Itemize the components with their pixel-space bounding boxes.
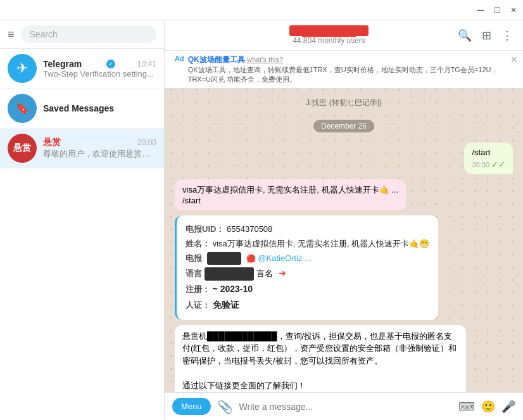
contact-suffix: ... xyxy=(305,253,312,263)
ad-label: Ad xyxy=(175,54,184,62)
chat-header-title-area: ████████ 44,804 monthly users xyxy=(200,25,458,45)
phone-row: 电报 ██ 🔴 @KatieOrtiz ... xyxy=(186,252,429,265)
active-chat-name: 悬赏 xyxy=(43,137,61,148)
sidebar: ≡ Search ✈ Telegram ✓ 10:41 Two-Step Ver… xyxy=(0,20,165,420)
maximize-button[interactable]: ☐ xyxy=(493,6,501,15)
menu-button[interactable]: Menu xyxy=(172,398,211,415)
ad-title: QK波场能量工具 xyxy=(188,55,245,64)
chat-input-area: Menu 📎 ⌨ 🙂 🎤 xyxy=(165,392,523,420)
pink-line1: visa万事达虚拟信用卡, 无需实名注册, 机器人快速开卡🤙 ... xyxy=(182,184,398,196)
active-chat-preview: 尊敬的用户，欢迎使用悬赏机... xyxy=(43,148,156,160)
avatar-saved: 🔖 xyxy=(8,94,37,123)
avatar-telegram: ✈ xyxy=(8,54,37,83)
emoji-icon[interactable]: 🙂 xyxy=(481,400,495,414)
name-row: 姓名： visa万事达虚拟信用卡, 无需实名注册, 机器人快速开卡🤙😁 xyxy=(186,238,429,251)
chat-preview: Two-Step Verification setting... xyxy=(43,69,156,79)
body-text2: 通过以下链接更全面的了解我们！ xyxy=(182,379,458,392)
chat-name: Telegram xyxy=(43,59,82,69)
reg-row: 注册： ~ 2023-10 xyxy=(186,282,429,296)
pink-line2: /start xyxy=(182,196,398,205)
sent-time: 20:00 ✓✓ xyxy=(472,160,505,169)
lang-suffix: 言名 xyxy=(256,269,273,278)
chat-item-active[interactable]: 悬赏 悬赏 20:00 尊敬的用户，欢迎使用悬赏机... xyxy=(0,129,164,169)
info-card-wrapper: 可以查看注册时间 保证一年以上 电报UID： 6554370508 姓名： vi… xyxy=(175,215,438,320)
date-divider: December 26 xyxy=(175,120,513,132)
info-card: 电报UID： 6554370508 姓名： visa万事达虚拟信用卡, 无需实名… xyxy=(175,215,438,320)
chat-item-saved[interactable]: 🔖 Saved Messages xyxy=(0,89,164,129)
info-card-row: 可以查看注册时间 保证一年以上 电报UID： 6554370508 姓名： vi… xyxy=(175,215,513,320)
ad-banner: Ad QK波场能量工具 what's this? QK波场工具，地址查询，转账续… xyxy=(165,51,523,89)
keyboard-icon[interactable]: ⌨ xyxy=(458,400,475,414)
reg-value: ~ 2023-10 xyxy=(213,284,253,294)
hamburger-icon[interactable]: ≡ xyxy=(8,28,15,41)
lang-label: 语言 xyxy=(186,269,202,278)
verified-icon: ✓ xyxy=(106,60,115,68)
date-badge: December 26 xyxy=(313,120,374,132)
body-text1: 悬赏机████████████，查询/投诉，担保交易，也是基于电报的匿名支付(红… xyxy=(182,330,458,367)
people-value: 免验证 xyxy=(213,300,239,310)
lang-blurred: ██ xyxy=(205,267,254,281)
chat-list: ✈ Telegram ✓ 10:41 Two-Step Verification… xyxy=(0,49,164,420)
chat-time: 10:41 xyxy=(137,60,156,68)
chat-info-telegram: Telegram ✓ 10:41 Two-Step Verification s… xyxy=(43,59,156,79)
people-row: 人证： 免验证 xyxy=(186,298,429,312)
phone-label: 电报 xyxy=(186,253,202,263)
header-name-blurred: ████████ xyxy=(289,25,369,36)
search-icon[interactable]: 🔍 xyxy=(458,29,472,42)
scroll-indicator: J.找巴 (转初じ巴记/到) xyxy=(175,96,513,110)
app-container: ≡ Search ✈ Telegram ✓ 10:41 Two-Step Ver… xyxy=(0,20,523,420)
ad-what-link[interactable]: what's this? xyxy=(247,56,283,63)
sent-text: /start xyxy=(472,148,490,157)
chat-info-saved: Saved Messages xyxy=(43,103,156,113)
avatar-active: 悬赏 xyxy=(8,134,37,163)
attach-icon[interactable]: 📎 xyxy=(217,399,233,414)
saved-name: Saved Messages xyxy=(43,103,114,113)
uid-label: 电报UID： xyxy=(186,224,224,234)
active-chat-time: 20:00 xyxy=(137,138,156,147)
body-bubble: 悬赏机████████████，查询/投诉，担保交易，也是基于电报的匿名支付(红… xyxy=(175,325,466,392)
uid-row: 电报UID： 6554370508 xyxy=(186,223,429,236)
titlebar: — ☐ ✕ xyxy=(0,0,523,20)
chat-area: ████████ 44,804 monthly users 🔍 ⊞ ⋮ Ad Q… xyxy=(165,20,523,420)
close-button[interactable]: ✕ xyxy=(509,6,518,15)
ad-content: QK波场能量工具 what's this? QK波场工具，地址查询，转账续费最低… xyxy=(188,54,513,84)
received-pink-row: visa万事达虚拟信用卡, 无需实名注册, 机器人快速开卡🤙 ... /star… xyxy=(175,179,513,210)
message-input[interactable] xyxy=(239,402,452,412)
checkmarks: ✓✓ xyxy=(491,160,505,169)
lang-row: 语言 ██ 言名 ➜ xyxy=(186,266,429,281)
sent-message-row: /start 20:00 ✓✓ xyxy=(175,143,513,174)
pink-bubble: visa万事达虚拟信用卡, 无需实名注册, 机器人快速开卡🤙 ... /star… xyxy=(175,179,406,210)
chat-name-row-saved: Saved Messages xyxy=(43,103,156,113)
name-label: 姓名： xyxy=(186,239,210,248)
reg-label: 注册： xyxy=(186,284,210,294)
chat-name-row: Telegram ✓ 10:41 xyxy=(43,59,156,69)
input-actions: ⌨ 🙂 🎤 xyxy=(458,400,515,414)
sidebar-header: ≡ Search xyxy=(0,20,164,49)
columns-icon[interactable]: ⊞ xyxy=(482,29,491,42)
arrow-icon: ➜ xyxy=(279,268,286,278)
chat-header-status: 44,804 monthly users xyxy=(293,36,365,45)
people-label: 人证： xyxy=(186,300,210,310)
contact-value: 🔴 @KatieOrtiz ... xyxy=(246,253,312,263)
chat-info-active: 悬赏 20:00 尊敬的用户，欢迎使用悬赏机... xyxy=(43,137,156,160)
contact-label-icon: 🔴 xyxy=(246,254,256,263)
ad-close-button[interactable]: ✕ xyxy=(510,54,518,65)
chat-name-row-active: 悬赏 20:00 xyxy=(43,137,156,148)
body-text-row: 悬赏机████████████，查询/投诉，担保交易，也是基于电报的匿名支付(红… xyxy=(175,325,513,392)
sent-bubble: /start 20:00 ✓✓ xyxy=(464,143,513,174)
chat-header: ████████ 44,804 monthly users 🔍 ⊞ ⋮ xyxy=(165,20,523,51)
chat-header-actions: 🔍 ⊞ ⋮ xyxy=(458,29,513,42)
messages-area: J.找巴 (转初じ巴记/到) December 26 /start 20:00 … xyxy=(165,89,523,392)
contact-text: @KatieOrtiz xyxy=(258,253,302,263)
phone-blurred: ██ xyxy=(207,252,241,265)
uid-value: 6554370508 xyxy=(227,224,272,234)
ad-text: QK波场工具，地址查询，转账续费最低1TRX，查U实时价格，地址实时动态，三个月… xyxy=(188,65,513,84)
chat-header-name: ████████ xyxy=(289,25,369,36)
name-value: visa万事达虚拟信用卡, 无需实名注册, 机器人快速开卡🤙😁 xyxy=(213,239,430,248)
chat-item-telegram[interactable]: ✈ Telegram ✓ 10:41 Two-Step Verification… xyxy=(0,49,164,89)
minimize-button[interactable]: — xyxy=(476,6,485,15)
more-icon[interactable]: ⋮ xyxy=(501,29,513,42)
microphone-icon[interactable]: 🎤 xyxy=(501,400,515,414)
search-input[interactable]: Search xyxy=(21,25,156,43)
